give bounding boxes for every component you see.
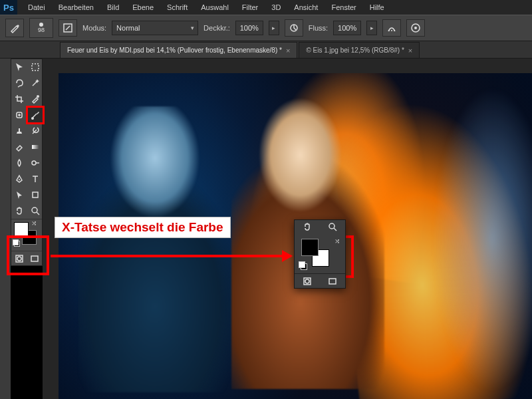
flow-flyout[interactable]: ▸ [366, 21, 377, 35]
menu-layer[interactable]: Ebene [126, 0, 160, 15]
shape-tool[interactable] [27, 187, 43, 203]
tab-label: © Eis 1.jpg bei 12,5% (RGB/8#) * [306, 47, 404, 54]
screen-mode-toggle[interactable] [27, 251, 42, 265]
gradient-tool[interactable] [27, 139, 43, 155]
svg-point-18 [17, 257, 21, 261]
screen-mode-toggle[interactable] [320, 274, 345, 288]
foreground-color-after[interactable] [301, 239, 319, 256]
artwork-figure-ice [78, 106, 231, 392]
brush-size-value: 98 [38, 27, 45, 33]
annotation-callout: X-Tatse wechselt die Farbe [55, 217, 231, 238]
brush-tool[interactable] [27, 107, 43, 123]
color-swatches: ⤭ [11, 219, 42, 251]
quick-mask-toggle[interactable] [11, 251, 27, 265]
svg-point-10 [31, 117, 34, 120]
healing-brush-tool[interactable] [11, 107, 27, 123]
pressure-opacity-toggle[interactable] [285, 19, 303, 37]
floating-color-panel: ⤭ [294, 219, 346, 289]
svg-rect-12 [32, 145, 39, 149]
tool-preset-picker[interactable] [5, 19, 24, 37]
eraser-tool[interactable] [11, 139, 27, 155]
clone-stamp-tool[interactable] [11, 123, 27, 139]
svg-point-20 [329, 223, 334, 229]
dodge-tool[interactable] [27, 155, 43, 171]
svg-point-13 [32, 161, 36, 165]
foreground-color[interactable] [14, 222, 29, 237]
screen-mode-row [11, 251, 42, 265]
blend-mode-select[interactable]: Normal [112, 21, 198, 35]
svg-point-8 [37, 95, 39, 98]
swap-colors-icon[interactable]: ⤭ [334, 237, 340, 245]
svg-rect-23 [329, 279, 336, 284]
svg-rect-7 [32, 64, 39, 70]
marquee-tool[interactable] [27, 59, 43, 75]
menu-type[interactable]: Schrift [160, 0, 194, 15]
default-colors-icon[interactable] [13, 239, 19, 246]
close-icon[interactable]: × [408, 47, 412, 55]
menu-edit[interactable]: Bearbeiten [52, 0, 100, 15]
menu-image[interactable]: Bild [100, 0, 126, 15]
history-brush-tool[interactable] [27, 123, 43, 139]
blend-mode-value: Normal [116, 24, 140, 32]
annotation-arrow [51, 255, 291, 257]
svg-point-22 [305, 279, 309, 283]
opacity-label: Deckkr.: [203, 24, 230, 32]
crop-tool[interactable] [11, 91, 27, 107]
path-selection-tool[interactable] [11, 187, 27, 203]
menu-bar: Ps Datei Bearbeiten Bild Ebene Schrift A… [0, 0, 532, 15]
hand-tool[interactable] [11, 203, 27, 219]
pen-tool[interactable] [11, 171, 27, 187]
svg-point-14 [19, 179, 20, 180]
menu-view[interactable]: Ansicht [287, 0, 325, 15]
brush-panel-toggle[interactable] [59, 19, 77, 37]
opacity-field[interactable]: 100% [235, 21, 263, 35]
opacity-flyout[interactable]: ▸ [269, 21, 279, 35]
svg-point-16 [32, 207, 37, 213]
eyedropper-tool[interactable] [27, 91, 43, 107]
svg-rect-11 [19, 128, 20, 132]
magic-wand-tool[interactable] [27, 75, 43, 91]
options-bar: 98 Modus: Normal Deckkr.: 100% ▸ Fluss: … [0, 15, 532, 41]
app-logo: Ps [0, 0, 17, 15]
pressure-size-toggle[interactable] [406, 19, 425, 37]
zoom-tool[interactable] [27, 203, 43, 219]
swap-colors-icon[interactable]: ⤭ [31, 219, 37, 227]
flow-field[interactable]: 100% [333, 21, 361, 35]
collapsed-panel-rail[interactable] [0, 59, 11, 399]
menu-select[interactable]: Auswahl [194, 0, 235, 15]
type-tool[interactable] [27, 171, 43, 187]
tools-panel: ⤭ [11, 59, 43, 266]
tab-label: Feuer und Eis by MDI.psd bei 14,1% (Pull… [67, 47, 282, 54]
menu-file[interactable]: Datei [21, 0, 52, 15]
svg-rect-15 [33, 192, 38, 198]
blur-tool[interactable] [11, 155, 27, 171]
mode-label: Modus: [82, 24, 106, 32]
menu-window[interactable]: Fenster [325, 0, 362, 15]
menu-3d[interactable]: 3D [265, 0, 287, 15]
hand-icon[interactable] [302, 221, 313, 234]
flow-label: Fluss: [309, 24, 328, 32]
menu-filter[interactable]: Filter [235, 0, 265, 15]
quick-mask-toggle[interactable] [295, 274, 320, 288]
main-menu: Datei Bearbeiten Bild Ebene Schrift Ausw… [21, 0, 391, 15]
document-tabs: Feuer und Eis by MDI.psd bei 14,1% (Pull… [0, 41, 532, 59]
close-icon[interactable]: × [286, 47, 290, 55]
svg-rect-19 [31, 256, 38, 261]
color-swatches-swapped: ⤭ [295, 235, 345, 273]
tab-document-1[interactable]: Feuer und Eis by MDI.psd bei 14,1% (Pull… [60, 42, 297, 58]
svg-point-4 [394, 30, 395, 31]
move-tool[interactable] [11, 59, 27, 75]
default-colors-icon[interactable] [299, 261, 307, 269]
menu-help[interactable]: Hilfe [363, 0, 391, 15]
airbrush-toggle[interactable] [382, 19, 401, 37]
svg-point-3 [391, 30, 392, 31]
lasso-tool[interactable] [11, 75, 27, 91]
artwork-smoke [432, 86, 532, 392]
svg-point-2 [388, 30, 390, 31]
brush-preset-picker[interactable]: 98 [29, 18, 53, 38]
zoom-icon[interactable] [327, 221, 338, 234]
svg-point-6 [414, 27, 417, 29]
tab-document-2[interactable]: © Eis 1.jpg bei 12,5% (RGB/8#) * × [299, 42, 420, 58]
